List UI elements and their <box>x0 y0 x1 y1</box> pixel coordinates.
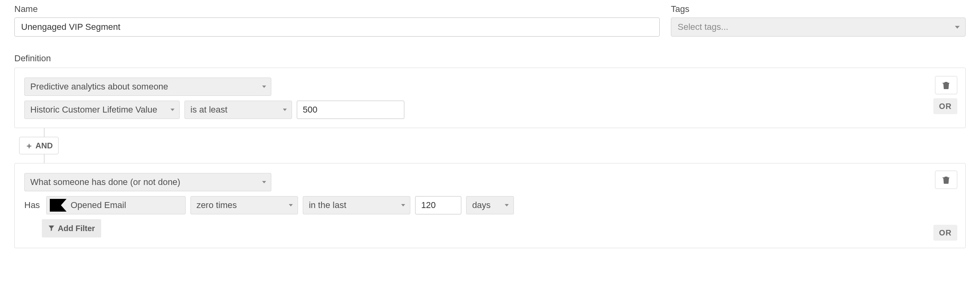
delete-button[interactable] <box>935 76 957 94</box>
chevron-down-icon <box>955 26 960 29</box>
or-button[interactable]: OR <box>933 225 957 241</box>
range-select[interactable]: in the last <box>303 196 410 214</box>
chevron-down-icon <box>505 204 509 206</box>
tags-select[interactable]: Select tags... <box>671 18 966 37</box>
unit-select[interactable]: days <box>466 196 514 214</box>
funnel-icon <box>48 225 55 231</box>
add-filter-button[interactable]: Add Filter <box>42 219 101 237</box>
chevron-down-icon <box>401 204 405 206</box>
trash-icon <box>943 81 950 89</box>
definition-label: Definition <box>14 53 966 64</box>
name-label: Name <box>14 4 660 14</box>
operator-select[interactable]: is at least <box>184 101 292 119</box>
tags-placeholder: Select tags... <box>678 22 728 32</box>
chevron-down-icon <box>289 204 293 206</box>
condition-type-select[interactable]: What someone has done (or not done) <box>24 173 271 191</box>
connector-line <box>44 154 45 163</box>
and-button[interactable]: ＋ AND <box>19 137 59 154</box>
threshold-input[interactable] <box>297 101 404 119</box>
plus-icon: ＋ <box>25 142 33 150</box>
condition-type-select[interactable]: Predictive analytics about someone <box>24 78 271 96</box>
chevron-down-icon <box>171 109 174 111</box>
condition-block-2: What someone has done (or not done) Has … <box>14 163 966 248</box>
metric-select[interactable]: Historic Customer Lifetime Value <box>24 101 180 119</box>
range-value-input[interactable] <box>415 196 461 214</box>
chevron-down-icon <box>262 181 266 183</box>
delete-button[interactable] <box>935 171 957 189</box>
times-select[interactable]: zero times <box>190 196 298 214</box>
trash-icon <box>943 176 950 184</box>
event-select[interactable]: Opened Email <box>46 196 186 214</box>
name-input[interactable] <box>14 18 660 37</box>
chevron-down-icon <box>283 109 287 111</box>
has-label: Has <box>24 200 40 210</box>
flag-icon <box>50 199 67 212</box>
or-button[interactable]: OR <box>933 98 957 114</box>
condition-block-1: Predictive analytics about someone Histo… <box>14 68 966 128</box>
connector-line <box>44 128 45 137</box>
chevron-down-icon <box>262 86 266 88</box>
tags-label: Tags <box>671 4 966 14</box>
